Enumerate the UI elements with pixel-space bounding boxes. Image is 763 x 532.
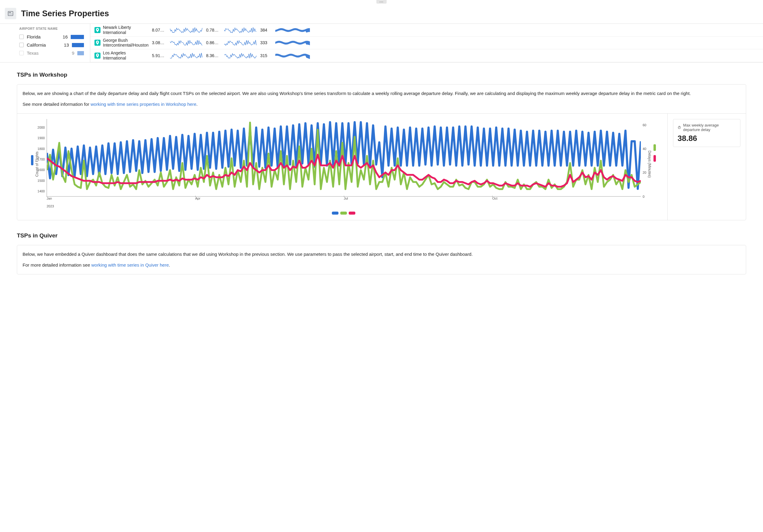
sparkline-3 [275, 40, 311, 46]
filter-count: 13 [62, 43, 69, 47]
sparkline-1 [170, 52, 204, 59]
page-header: Time Series Properties [0, 4, 763, 24]
svg-rect-2 [9, 14, 12, 14]
value-col-2: 0.78… [206, 28, 222, 33]
section-title-quiver: TSPs in Quiver [17, 232, 746, 239]
sparkline-2 [224, 52, 258, 59]
filter-bar [77, 51, 84, 55]
filter-name: Texas [27, 50, 64, 55]
workshop-chart-area: Count of Flights Delays (Minutes) 140015… [17, 114, 746, 220]
svg-rect-1 [9, 12, 11, 13]
grip-icon: ••• [377, 0, 386, 4]
sparkline-1 [170, 27, 204, 33]
tsps-quiver-section: TSPs in Quiver Below, we have embedded a… [0, 223, 763, 277]
quiver-tsp-link[interactable]: working with time series in Quiver here [91, 262, 169, 268]
value-col-3: 384 [260, 28, 273, 33]
legend-swatch-blue [332, 212, 339, 215]
workshop-description: Below, we are showing a chart of the dai… [17, 84, 746, 114]
metric-side-panel: Max weekly average departure delay 38.86 [668, 114, 746, 220]
quiver-desc-p1: Below, we have embedded a Quiver dashboa… [23, 251, 740, 258]
tsps-workshop-section: TSPs in Workshop Below, we are showing a… [0, 62, 763, 223]
max-weekly-avg-metric-card: Max weekly average departure delay 38.86 [673, 119, 740, 147]
checkbox[interactable] [19, 51, 24, 55]
top-filter-table-section: AIRPORT STATE NAME Florida 16 California… [0, 24, 763, 62]
svg-rect-3 [9, 14, 12, 15]
value-col-1: 8.07… [152, 28, 167, 33]
workshop-tsp-link[interactable]: working with time series properties in W… [91, 102, 196, 107]
x-axis-year: 2023 [47, 204, 54, 208]
workshop-card: Below, we are showing a chart of the dai… [17, 84, 746, 220]
filter-count: 16 [60, 34, 68, 40]
filter-bar [71, 35, 84, 39]
legend-swatch-pink [349, 212, 355, 215]
value-col-3: 333 [260, 40, 273, 45]
table-row[interactable]: Los Angeles International 5.91… 8.36… 31… [90, 49, 763, 62]
airport-name: George Bush Intercontinental/Houston [103, 38, 150, 48]
sparkline-1 [170, 40, 204, 46]
filter-group-label: AIRPORT STATE NAME [19, 27, 84, 30]
value-col-1: 5.91… [152, 53, 167, 58]
location-pin-icon [94, 27, 100, 33]
chart-legend [23, 212, 664, 215]
filter-bar [72, 43, 84, 47]
table-row[interactable]: Newark Liberty International 8.07… 0.78…… [90, 24, 763, 37]
quiver-card: Below, we have embedded a Quiver dashboa… [17, 245, 746, 274]
page-title: Time Series Properties [21, 9, 109, 18]
airport-table: Newark Liberty International 8.07… 0.78…… [90, 24, 763, 62]
legend-swatch-green [340, 212, 347, 215]
quiver-desc-p2: For more detailed information see workin… [23, 261, 740, 269]
sparkline-3 [275, 52, 311, 59]
workshop-desc-p1: Below, we are showing a chart of the dai… [23, 90, 740, 97]
filter-count: 9 [67, 50, 74, 55]
y-ticks-right: 0204060 [641, 119, 650, 197]
plot-area [47, 119, 641, 197]
airport-name: Newark Liberty International [103, 25, 150, 35]
filter-row[interactable]: Florida 16 [19, 33, 84, 41]
right-axis-series-swatch-green [653, 144, 656, 151]
filter-name: California [27, 43, 59, 47]
stopwatch-icon [678, 125, 681, 130]
document-icon [5, 8, 16, 19]
value-col-1: 3.08… [152, 40, 167, 45]
location-pin-icon [94, 40, 100, 46]
right-axis-series-swatch-pink [653, 155, 656, 162]
sparkline-3 [275, 27, 311, 33]
metric-value: 38.86 [678, 134, 736, 143]
time-series-chart[interactable]: Count of Flights Delays (Minutes) 140015… [31, 119, 656, 209]
checkbox[interactable] [19, 35, 24, 39]
sparkline-2 [224, 27, 258, 33]
sparkline-2 [224, 40, 258, 46]
checkbox[interactable] [19, 43, 24, 47]
airport-name: Los Angeles International [103, 50, 150, 61]
filter-row[interactable]: Texas 9 [19, 49, 84, 57]
value-col-2: 0.86… [206, 40, 222, 45]
filter-row[interactable]: California 13 [19, 41, 84, 49]
metric-label: Max weekly average departure delay [683, 123, 736, 132]
value-col-3: 315 [260, 53, 273, 58]
workshop-desc-p2: See more detailed information for workin… [23, 101, 740, 108]
section-title-workshop: TSPs in Workshop [17, 71, 746, 78]
y-ticks-left: 1400150016001700180019002000 [36, 119, 46, 197]
quiver-description: Below, we have embedded a Quiver dashboa… [17, 245, 746, 274]
left-axis-series-swatch [31, 155, 33, 165]
filter-name: Florida [27, 34, 57, 40]
metric-label-row: Max weekly average departure delay [678, 123, 736, 132]
window-resize-handle[interactable]: ••• [0, 0, 763, 4]
filter-panel: AIRPORT STATE NAME Florida 16 California… [0, 24, 90, 62]
x-ticks: JanAprJulOct [47, 197, 641, 203]
chart-main-panel: Count of Flights Delays (Minutes) 140015… [17, 114, 668, 220]
location-pin-icon [94, 52, 100, 58]
value-col-2: 8.36… [206, 53, 222, 58]
table-row[interactable]: George Bush Intercontinental/Houston 3.0… [90, 37, 763, 49]
